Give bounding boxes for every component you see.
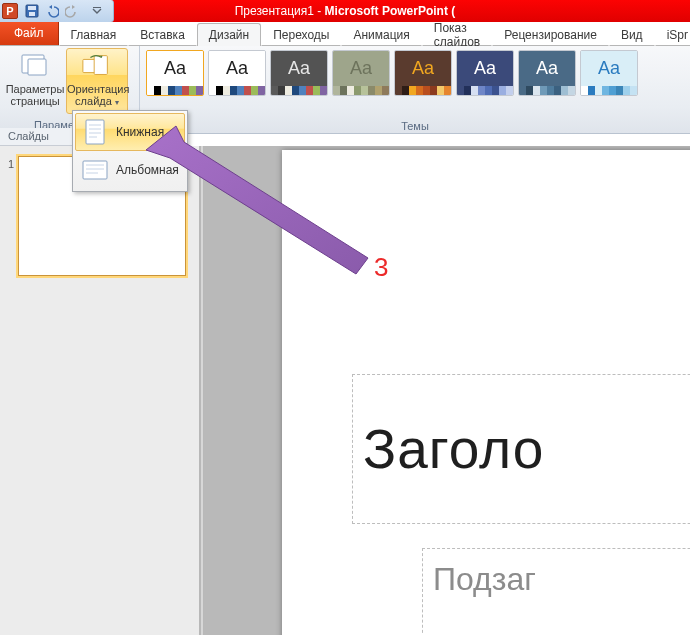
tab-transitions[interactable]: Переходы (261, 23, 341, 46)
theme-preview-text: Aa (457, 51, 513, 86)
app-icon: P (2, 3, 18, 19)
tab-file[interactable]: Файл (0, 21, 59, 45)
title-bar: P Презентация1 - Microsoft PowerPoint ( (0, 0, 690, 22)
title-placeholder[interactable]: Заголо (352, 374, 690, 524)
svg-rect-2 (29, 12, 35, 16)
group-themes: AaAaAaAaAaAaAaAa Темы (140, 46, 690, 134)
document-name: Презентация1 (235, 4, 314, 18)
svg-rect-8 (86, 120, 104, 144)
save-icon[interactable] (23, 2, 41, 20)
theme-thumbnail[interactable]: Aa (208, 50, 266, 96)
tab-animations[interactable]: Анимация (341, 23, 421, 46)
theme-preview-text: Aa (209, 51, 265, 86)
undo-icon[interactable] (43, 2, 61, 20)
theme-thumbnail[interactable]: Aa (146, 50, 204, 96)
subtitle-placeholder[interactable]: Подзаг (422, 548, 690, 635)
svg-rect-13 (83, 161, 107, 179)
orientation-portrait-item[interactable]: Книжная (75, 113, 185, 151)
theme-preview-text: Aa (519, 51, 575, 86)
ribbon-tabstrip: Файл Главная Вставка Дизайн Переходы Ани… (0, 22, 690, 46)
tab-view[interactable]: Вид (609, 23, 655, 46)
theme-thumbnail[interactable]: Aa (332, 50, 390, 96)
theme-thumbnail[interactable]: Aa (580, 50, 638, 96)
theme-preview-text: Aa (581, 51, 637, 86)
annotation-label: 3 (374, 252, 388, 283)
slide-orientation-button[interactable]: Ориентация слайда ▾ (66, 48, 128, 114)
qat-customize-icon[interactable] (88, 2, 106, 20)
slide-number: 1 (4, 156, 14, 170)
page-setup-button[interactable]: Параметры страницы (4, 48, 66, 114)
theme-swatches (209, 86, 265, 95)
svg-rect-3 (93, 7, 101, 8)
theme-thumbnail[interactable]: Aa (456, 50, 514, 96)
orientation-dropdown: Книжная Альбомная (72, 110, 188, 192)
orientation-icon (81, 52, 113, 80)
theme-thumbnail[interactable]: Aa (270, 50, 328, 96)
svg-rect-7 (94, 56, 107, 75)
slides-pane-label[interactable]: Слайды (0, 128, 73, 146)
theme-swatches (581, 86, 637, 95)
theme-preview-text: Aa (147, 51, 203, 86)
theme-swatches (333, 86, 389, 95)
tab-home[interactable]: Главная (59, 23, 129, 46)
slide-thumbnails-panel: 1 (0, 146, 200, 635)
chevron-down-icon: ▾ (115, 98, 119, 107)
theme-thumbnail[interactable]: Aa (394, 50, 452, 96)
theme-swatches (457, 86, 513, 95)
page-setup-icon (19, 52, 51, 80)
tab-slideshow[interactable]: Показ слайдов (422, 23, 492, 46)
tab-review[interactable]: Рецензирование (492, 23, 609, 46)
quick-access-toolbar: P (0, 0, 114, 22)
theme-swatches (395, 86, 451, 95)
redo-icon[interactable] (63, 2, 81, 20)
landscape-page-icon (82, 157, 108, 183)
theme-thumbnail[interactable]: Aa (518, 50, 576, 96)
theme-swatches (271, 86, 327, 95)
tab-design[interactable]: Дизайн (197, 23, 261, 46)
slide-canvas[interactable]: Заголо Подзаг (282, 150, 690, 635)
workspace: 1 Заголо Подзаг (0, 146, 690, 635)
slide-editor: Заголо Подзаг (204, 146, 690, 635)
orientation-landscape-item[interactable]: Альбомная (75, 151, 185, 189)
theme-preview-text: Aa (333, 51, 389, 86)
svg-rect-1 (28, 6, 36, 10)
app-name: Microsoft PowerPoint ( (325, 4, 456, 18)
group-label-themes: Темы (140, 120, 690, 132)
theme-preview-text: Aa (271, 51, 327, 86)
theme-preview-text: Aa (395, 51, 451, 86)
tab-insert[interactable]: Вставка (128, 23, 197, 46)
tab-ispring[interactable]: iSpr (655, 23, 690, 46)
portrait-page-icon (82, 119, 108, 145)
svg-rect-5 (28, 59, 46, 75)
theme-swatches (147, 86, 203, 95)
theme-swatches (519, 86, 575, 95)
